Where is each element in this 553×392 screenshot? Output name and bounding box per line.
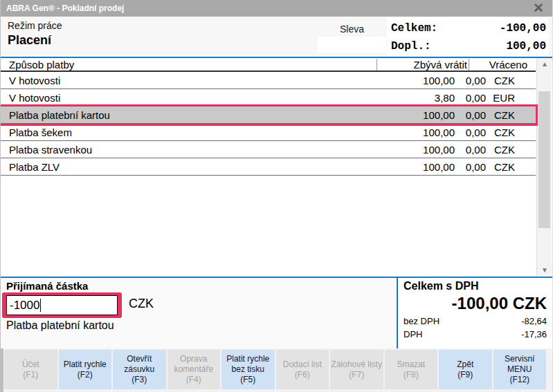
button-fkey: (F5) <box>240 375 255 385</box>
cell-currency: CZK <box>486 127 536 138</box>
button-label: Otevřít zásuvku <box>113 354 166 375</box>
discount-block: Sleva <box>318 24 386 53</box>
zpet-button[interactable]: Zpět (F9) <box>439 350 492 389</box>
cell-remaining: 3,80 <box>386 92 455 104</box>
button-label: Smazat <box>397 360 425 370</box>
cell-currency: CZK <box>486 75 536 86</box>
cell-returned: 0,00 <box>455 161 486 173</box>
button-label: Oprava komentáře <box>167 354 221 375</box>
button-label: Dodací list <box>283 360 322 370</box>
cell-remaining: 100,00 <box>386 109 455 121</box>
table-row[interactable]: V hotovosti 3,80 0,00 EUR <box>1 89 536 106</box>
cell-method: Platba platební kartou <box>1 109 386 121</box>
cell-method: Platba stravenkou <box>1 144 386 156</box>
cell-returned: 0,00 <box>455 127 486 138</box>
header-totals: Celkem: -100,00 Dopl.: 100,00 <box>387 17 549 56</box>
discount-field[interactable] <box>318 37 386 53</box>
cell-method: Platba ZLV <box>1 161 386 173</box>
cell-returned: 0,00 <box>455 144 486 156</box>
total-panel: Celkem s DPH -100,00 CZK bez DPH -82,64 … <box>397 278 553 348</box>
cell-currency: CZK <box>486 144 536 156</box>
table-row[interactable]: Platba šekem 100,00 0,00 CZK <box>1 124 536 141</box>
selected-method-label: Platba platební kartou <box>6 319 114 332</box>
otevrit-zasuvku-button[interactable]: Otevřít zásuvku (F3) <box>113 350 166 389</box>
discount-label: Sleva <box>318 24 386 35</box>
column-header-method: Způsob platby <box>1 59 377 71</box>
column-header-returned: Vráceno <box>469 59 536 71</box>
vat-value: -17,36 <box>521 329 547 339</box>
button-fkey: (F9) <box>457 370 473 380</box>
ucet-button: Účet (F1) <box>4 350 57 389</box>
without-vat-value: -82,64 <box>521 316 547 326</box>
page-title: Placení <box>8 33 62 48</box>
cell-method: V hotovosti <box>1 92 386 104</box>
button-label: Zpět <box>457 360 473 370</box>
amount-input-highlight: -1000 <box>2 292 122 318</box>
cell-method: V hotovosti <box>1 75 386 86</box>
amount-input[interactable]: -1000 <box>6 295 118 315</box>
table-row-selected[interactable]: Platba platební kartou 100,00 0,00 CZK <box>1 106 536 124</box>
close-icon[interactable]: ✕ <box>533 1 544 16</box>
button-label: Platit rychle <box>64 360 107 370</box>
function-button-bar: Účet (F1) Platit rychle (F2) Otevřít zás… <box>1 348 553 392</box>
servisni-menu-button[interactable]: Servisní MENU (F12) <box>493 350 547 389</box>
dopl-label: Dopl.: <box>391 40 431 53</box>
amount-label: Přijímaná částka <box>6 280 88 292</box>
celkem-value: -100,00 <box>500 22 546 35</box>
button-label: Účet <box>22 360 39 370</box>
cell-returned: 0,00 <box>455 92 486 104</box>
button-fkey: (F6) <box>295 370 310 380</box>
cell-remaining: 100,00 <box>386 75 455 86</box>
column-header-remaining: Zbývá vrátit <box>377 59 469 71</box>
table-row[interactable]: Platba ZLV 100,00 0,00 CZK <box>1 158 536 176</box>
table-header-row: Způsob platby Zbývá vrátit Vráceno <box>1 58 536 72</box>
cell-currency: CZK <box>486 109 536 121</box>
button-label: Zálohové listy <box>332 360 382 370</box>
vertical-scrollbar[interactable]: ▲ ▼ <box>536 58 552 277</box>
cell-returned: 0,00 <box>455 109 486 121</box>
window-titlebar: ABRA Gen® - Pokladní prodej ✕ <box>1 0 553 17</box>
mode-label: Režim práce <box>8 20 62 31</box>
button-fkey: (F3) <box>132 375 147 385</box>
scrollbar-thumb[interactable] <box>538 91 550 228</box>
celkem-label: Celkem: <box>391 22 437 35</box>
platit-rychle-bez-tisku-button[interactable]: Platit rychle bez tisku (F5) <box>221 350 275 389</box>
cell-returned: 0,00 <box>455 75 486 86</box>
oprava-komentare-button: Oprava komentáře (F4) <box>167 350 221 389</box>
cell-method: Platba šekem <box>1 127 386 138</box>
button-label: Platit rychle bez tisku <box>221 354 275 375</box>
smazat-button: Smazat (F8) <box>385 350 438 389</box>
header: Režim práce Placení Sleva Celkem: -100,0… <box>1 17 553 57</box>
table-row[interactable]: Platba stravenkou 100,00 0,00 CZK <box>1 141 536 158</box>
button-fkey: (F8) <box>404 370 419 380</box>
amount-value: -1000 <box>10 299 39 312</box>
dopl-value: 100,00 <box>506 40 546 53</box>
without-vat-label: bez DPH <box>404 316 439 326</box>
cell-remaining: 100,00 <box>386 144 455 156</box>
zalohove-listy-button: Zálohové listy (F7) <box>330 350 383 389</box>
button-fkey: (F12) <box>509 375 529 385</box>
vat-label: DPH <box>404 329 422 339</box>
text-cursor <box>40 299 41 312</box>
button-fkey: (F2) <box>78 370 93 380</box>
amount-panel: Přijímaná částka -1000 CZK Platba plateb… <box>1 278 397 348</box>
window-title: ABRA Gen® - Pokladní prodej <box>6 3 124 13</box>
cell-remaining: 100,00 <box>386 127 455 138</box>
cell-remaining: 100,00 <box>386 161 455 173</box>
button-label: Servisní MENU <box>493 354 547 375</box>
total-with-vat: -100,00 CZK <box>404 294 547 313</box>
work-mode: Režim práce Placení <box>8 20 62 48</box>
scroll-down-icon[interactable]: ▼ <box>537 264 552 277</box>
table-row[interactable]: V hotovosti 100,00 0,00 CZK <box>1 72 536 89</box>
cell-currency: EUR <box>486 92 536 104</box>
button-fkey: (F7) <box>349 370 364 380</box>
scroll-up-icon[interactable]: ▲ <box>537 58 552 71</box>
button-fkey: (F1) <box>23 370 38 380</box>
button-fkey: (F4) <box>186 375 201 385</box>
bottom-section: Přijímaná částka -1000 CZK Platba plateb… <box>1 277 553 348</box>
payment-methods-table: Způsob platby Zbývá vrátit Vráceno V hot… <box>1 57 553 277</box>
dodaci-list-button: Dodací list (F6) <box>276 350 329 389</box>
total-panel-title: Celkem s DPH <box>404 280 547 292</box>
cell-currency: CZK <box>486 161 536 173</box>
platit-rychle-button[interactable]: Platit rychle (F2) <box>59 350 112 389</box>
